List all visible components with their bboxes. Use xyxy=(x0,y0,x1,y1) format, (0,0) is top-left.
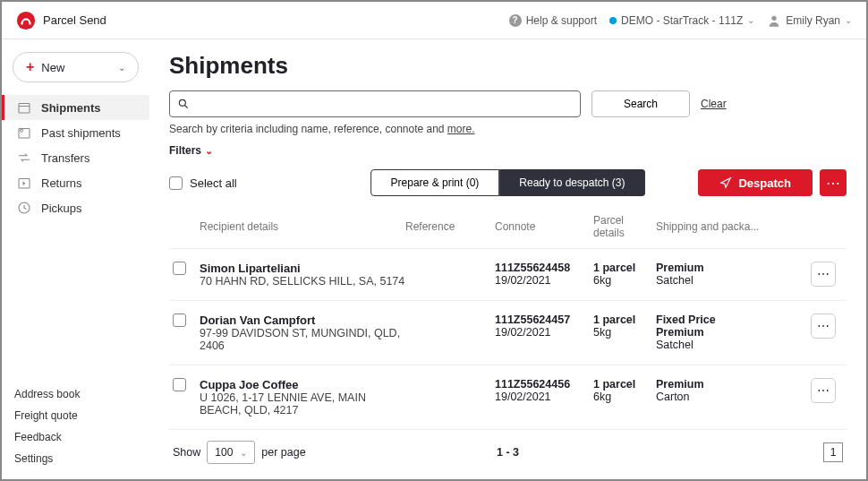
sidebar-item-past-shipments[interactable]: Past shipments xyxy=(2,120,149,145)
return-icon xyxy=(16,175,32,191)
chevron-down-icon: ⌄ xyxy=(118,63,125,73)
help-label: Help & support xyxy=(526,14,597,27)
sidebar-item-returns[interactable]: Returns xyxy=(2,170,149,195)
search-button[interactable]: Search xyxy=(591,90,690,117)
col-recipient: Recipient details xyxy=(200,220,405,233)
table-row: Dorian Van Campfort 97-99 DAVIDSON ST, M… xyxy=(169,300,847,365)
chevron-down-icon: ⌄ xyxy=(240,448,247,458)
transfer-icon xyxy=(16,150,32,166)
avatar-icon xyxy=(767,13,781,28)
chevron-down-icon: ⌄ xyxy=(845,15,852,25)
per-page-label: per page xyxy=(261,446,305,459)
per-page-select[interactable]: 100 ⌄ xyxy=(207,441,255,464)
row-checkbox[interactable] xyxy=(173,378,186,391)
svg-point-7 xyxy=(179,99,185,106)
col-parcel: Parcel details xyxy=(593,214,656,239)
user-menu[interactable]: Emily Ryan ⌄ xyxy=(767,13,852,28)
send-icon xyxy=(719,176,732,189)
new-label: New xyxy=(41,61,64,74)
sidebar-link-settings[interactable]: Settings xyxy=(14,452,137,465)
brand: Parcel Send xyxy=(16,11,106,30)
search-input[interactable] xyxy=(197,98,573,111)
select-all-label: Select all xyxy=(190,176,237,190)
more-link[interactable]: more. xyxy=(447,123,475,135)
sidebar-label: Shipments xyxy=(41,101,100,115)
row-actions-button[interactable]: ⋯ xyxy=(811,378,836,403)
tab-ready-despatch[interactable]: Ready to despatch (3) xyxy=(499,169,645,196)
col-shipping: Shipping and packa... xyxy=(656,220,811,233)
user-name: Emily Ryan xyxy=(786,14,840,27)
status-dot-icon xyxy=(609,17,617,24)
svg-point-1 xyxy=(772,15,777,20)
parcel-count: 1 parcel xyxy=(593,378,656,391)
sidebar-link-address-book[interactable]: Address book xyxy=(14,388,137,400)
sidebar-label: Transfers xyxy=(41,151,89,165)
col-connote: Connote xyxy=(495,220,593,233)
history-icon xyxy=(16,125,32,141)
connote-id: 111Z55624456 xyxy=(495,378,593,391)
page-title: Shipments xyxy=(169,52,847,80)
parcel-count: 1 parcel xyxy=(593,314,656,326)
parcel-weight: 6kg xyxy=(593,391,656,403)
sidebar-link-feedback[interactable]: Feedback xyxy=(14,431,137,443)
tab-prepare-print[interactable]: Prepare & print (0) xyxy=(370,169,500,196)
plus-icon: + xyxy=(26,59,34,75)
account-label: DEMO - StarTrack - 111Z xyxy=(621,14,743,27)
search-icon xyxy=(177,98,190,110)
new-button[interactable]: + New ⌄ xyxy=(13,52,139,82)
search-box[interactable] xyxy=(169,90,581,117)
row-checkbox[interactable] xyxy=(173,314,186,327)
sidebar-item-pickups[interactable]: Pickups xyxy=(2,195,149,220)
auspost-logo-icon xyxy=(16,11,36,30)
col-reference: Reference xyxy=(405,220,495,233)
sidebar-label: Returns xyxy=(41,176,82,190)
recipient-address: 70 HAHN RD, SELLICKS HILL, SA, 5174 xyxy=(200,275,405,288)
connote-id: 111Z55624457 xyxy=(495,314,593,326)
despatch-more-button[interactable]: ⋯ xyxy=(820,169,847,196)
svg-point-0 xyxy=(17,11,35,29)
table-row: Simon Liparteliani 70 HAHN RD, SELLICKS … xyxy=(169,248,847,300)
help-link[interactable]: ? Help & support xyxy=(509,14,597,27)
box-icon xyxy=(16,99,32,116)
account-switcher[interactable]: DEMO - StarTrack - 111Z ⌄ xyxy=(609,14,754,27)
recipient-name: Dorian Van Campfort xyxy=(200,314,405,327)
show-label: Show xyxy=(173,446,200,459)
sidebar-item-transfers[interactable]: Transfers xyxy=(2,145,149,170)
page-number[interactable]: 1 xyxy=(823,442,843,462)
row-actions-button[interactable]: ⋯ xyxy=(811,314,836,339)
chevron-down-icon: ⌄ xyxy=(747,15,754,25)
clear-link[interactable]: Clear xyxy=(701,98,727,110)
parcel-weight: 5kg xyxy=(593,326,656,339)
svg-point-4 xyxy=(21,129,23,132)
row-actions-button[interactable]: ⋯ xyxy=(811,262,836,287)
sidebar-link-freight-quote[interactable]: Freight quote xyxy=(14,409,137,422)
recipient-address: U 1026, 1-17 LENNIE AVE, MAIN BEACH, QLD… xyxy=(200,391,405,417)
recipient-address: 97-99 DAVIDSON ST, MUNGINDI, QLD, 2406 xyxy=(200,327,405,352)
brand-name: Parcel Send xyxy=(43,13,106,27)
table-row: Cuppa Joe Coffee U 1026, 1-17 LENNIE AVE… xyxy=(169,365,847,429)
parcel-weight: 6kg xyxy=(593,274,656,287)
despatch-button[interactable]: Despatch xyxy=(698,169,813,196)
recipient-name: Cuppa Joe Coffee xyxy=(200,378,405,391)
chevron-down-icon: ⌄ xyxy=(205,145,213,157)
sidebar-item-shipments[interactable]: Shipments xyxy=(2,95,149,120)
clock-icon xyxy=(16,200,32,216)
connote-date: 19/02/2021 xyxy=(495,326,593,339)
sidebar-label: Pickups xyxy=(41,202,82,215)
help-icon: ? xyxy=(509,14,522,27)
select-all-checkbox[interactable] xyxy=(169,176,183,190)
svg-rect-2 xyxy=(19,104,30,114)
pagination-range: 1 - 3 xyxy=(497,446,519,459)
parcel-count: 1 parcel xyxy=(593,262,656,274)
sidebar-label: Past shipments xyxy=(41,126,121,140)
connote-id: 111Z55624458 xyxy=(495,262,593,274)
search-hint: Search by criteria including name, refer… xyxy=(169,123,847,135)
filters-toggle[interactable]: Filters ⌄ xyxy=(169,144,847,157)
row-checkbox[interactable] xyxy=(173,262,186,275)
recipient-name: Simon Liparteliani xyxy=(200,262,405,275)
connote-date: 19/02/2021 xyxy=(495,274,593,287)
connote-date: 19/02/2021 xyxy=(495,391,593,403)
